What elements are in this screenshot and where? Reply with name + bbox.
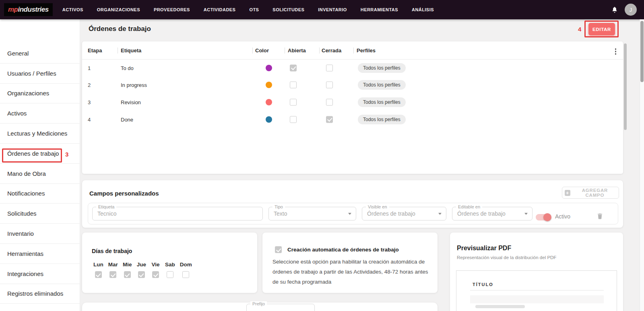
column-header-etapa: Etapa: [88, 47, 102, 54]
toggle-knob: [543, 213, 551, 221]
sidebar-item-herramientas[interactable]: Herramientas: [0, 244, 80, 264]
page-scrollbar-thumb[interactable]: [640, 21, 644, 82]
auto-creation-label: Creación automatica de órdenes de trabaj…: [287, 247, 399, 253]
column-header-abierta: Abierta: [288, 47, 306, 54]
sidebar-item-usuarios-perfiles[interactable]: Usuarios / Perfiles: [0, 64, 80, 84]
app-logo[interactable]: mpindustries: [4, 3, 53, 16]
work-day-mie: Mie: [123, 262, 132, 278]
cerrada-checkbox[interactable]: [326, 82, 333, 89]
page-scrollbar[interactable]: [640, 19, 644, 311]
stage-color-dot[interactable]: [266, 116, 272, 123]
day-checkbox[interactable]: [109, 271, 116, 278]
nav-item-solicitudes[interactable]: SOLICITUDES: [272, 7, 304, 12]
plus-icon: +: [565, 190, 570, 196]
chevron-down-icon[interactable]: [438, 213, 442, 215]
field-editable-en[interactable]: Editable en Órdenes de trabajo: [452, 207, 533, 220]
field-value: Órdenes de trabajo: [367, 207, 415, 220]
custom-fields-title: Campos personalizados: [89, 190, 159, 197]
day-checkbox[interactable]: [124, 271, 131, 278]
day-checkbox[interactable]: [182, 271, 189, 278]
sidebar-item-mano-de-obra[interactable]: Mano de Obra: [0, 164, 80, 184]
pdf-preview-card: Previsualizar PDF Representación visual …: [450, 233, 623, 311]
nav-item-análisis[interactable]: ANÁLISIS: [412, 7, 434, 12]
profiles-chip[interactable]: Todos los perfiles: [358, 63, 406, 73]
pdf-doc-title: TÍTULO: [473, 282, 493, 287]
nav-item-herramientas[interactable]: HERRAMIENTAS: [361, 7, 398, 12]
active-toggle-label: Activo: [555, 213, 570, 220]
prefix-field-label: Prefijo: [250, 301, 267, 307]
navbar-right: J: [611, 4, 637, 16]
field-etiqueta[interactable]: Etiqueta Tecnico: [92, 207, 263, 220]
auto-creation-description: Seleccione está opción para habilitar la…: [272, 257, 434, 287]
stage-row: 3 Revision Todos los perfiles: [82, 93, 623, 111]
cerrada-checkbox[interactable]: [326, 64, 333, 71]
nav-item-organizaciones[interactable]: ORGANIZACIONES: [97, 7, 140, 12]
day-checkbox[interactable]: [138, 271, 145, 278]
profiles-chip[interactable]: Todos los perfiles: [358, 97, 406, 107]
nav-item-actividades[interactable]: ACTIVIDADES: [204, 7, 236, 12]
sidebar-item-inventario[interactable]: Inventario: [0, 224, 80, 244]
profiles-chip[interactable]: Todos los perfiles: [358, 115, 406, 124]
work-day-jue: Jue: [137, 262, 146, 278]
day-label: Mar: [108, 262, 118, 268]
profiles-chip[interactable]: Todos los perfiles: [358, 80, 406, 90]
field-value: Tecnico: [97, 207, 116, 220]
stage-color-dot[interactable]: [266, 82, 272, 88]
stage-color-dot[interactable]: [266, 99, 272, 105]
auto-creation-checkbox[interactable]: [275, 246, 282, 253]
more-options-icon[interactable]: [614, 47, 617, 56]
abierta-checkbox[interactable]: [290, 116, 297, 123]
pdf-preview-title: Previsualizar PDF: [457, 245, 511, 252]
day-checkbox[interactable]: [167, 271, 173, 278]
nav-item-inventario[interactable]: INVENTARIO: [318, 7, 347, 12]
cerrada-checkbox[interactable]: [326, 116, 333, 123]
bell-icon[interactable]: [611, 6, 618, 13]
sidebar-item-registros-eliminados[interactable]: Registros eliminados: [0, 284, 80, 304]
work-day-lun: Lun: [93, 262, 103, 278]
field-visible-en[interactable]: Visible en Órdenes de trabajo: [362, 207, 446, 220]
nav-item-ots[interactable]: OTS: [249, 7, 259, 12]
prefix-field[interactable]: Prefijo: [246, 304, 315, 311]
nav-item-proveedores[interactable]: PROVEEDORES: [154, 7, 190, 12]
trash-icon[interactable]: [596, 212, 604, 220]
top-navbar: mpindustries ACTIVOSORGANIZACIONESPROVEE…: [0, 0, 644, 19]
sidebar-item-lecturas-y-mediciones[interactable]: Lecturas y Mediciones: [0, 124, 80, 144]
cerrada-checkbox[interactable]: [326, 99, 333, 105]
stages-table-card: EtapaEtiquetaColorAbiertaCerradaPerfiles…: [82, 41, 623, 174]
active-toggle[interactable]: [536, 214, 550, 220]
auto-creation-header: Creación automatica de órdenes de trabaj…: [275, 246, 399, 253]
day-checkbox[interactable]: [152, 271, 159, 278]
work-day-dom: Dom: [180, 262, 192, 278]
edit-button[interactable]: EDITAR: [588, 23, 615, 35]
content-scrollbar-thumb[interactable]: [624, 43, 627, 130]
sidebar-item-notificaciones[interactable]: Notificaciones: [0, 184, 80, 204]
sidebar-item-solicitudes[interactable]: Solicitudes: [0, 204, 80, 224]
abierta-checkbox[interactable]: [290, 64, 297, 71]
stage-row: 4 Done Todos los perfiles: [82, 111, 623, 128]
add-field-label: AGREGAR CAMPO: [574, 188, 616, 198]
pdf-preview-subtitle: Representación visual de la distribución…: [457, 255, 556, 260]
stage-color-dot[interactable]: [266, 65, 272, 71]
column-header-perfiles: Perfiles: [357, 47, 376, 54]
work-day-sab: Sab: [165, 262, 175, 278]
abierta-checkbox[interactable]: [290, 82, 297, 89]
avatar[interactable]: J: [625, 4, 637, 16]
pdf-header-strip: [470, 295, 604, 303]
table-header: EtapaEtiquetaColorAbiertaCerradaPerfiles: [82, 41, 623, 60]
field-value: Órdenes de trabajo: [457, 207, 506, 220]
column-header-color: Color: [255, 47, 269, 54]
annotation-step-4: 4: [578, 26, 581, 33]
sidebar-item-organizaciones[interactable]: Organizaciones: [0, 84, 80, 104]
chevron-down-icon[interactable]: [348, 213, 351, 215]
sidebar-item-activos[interactable]: Activos: [0, 103, 80, 124]
chevron-down-icon[interactable]: [524, 213, 528, 215]
field-tipo[interactable]: Tipo Texto: [268, 207, 356, 220]
abierta-checkbox[interactable]: [290, 99, 297, 105]
add-field-button[interactable]: + AGREGAR CAMPO: [562, 187, 619, 199]
nav-item-activos[interactable]: ACTIVOS: [62, 7, 83, 12]
sidebar-item-integraciones[interactable]: Integraciones: [0, 264, 80, 284]
work-day-vie: Vie: [151, 262, 160, 278]
sidebar-item-general[interactable]: General: [0, 43, 80, 64]
day-label: Jue: [137, 262, 146, 268]
day-checkbox[interactable]: [95, 271, 102, 278]
